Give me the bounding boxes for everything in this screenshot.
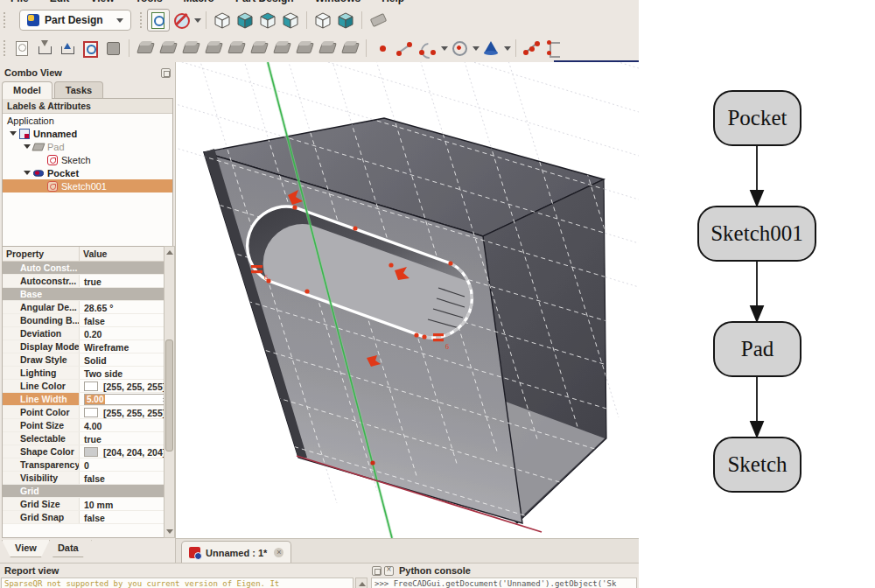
- expand-arrow-icon[interactable]: [24, 144, 31, 149]
- partdesign-op-icon[interactable]: [339, 37, 361, 60]
- property-row-line-width[interactable]: Line Width5.00: [3, 393, 172, 406]
- tab-model[interactable]: Model: [2, 81, 52, 99]
- scroll-down-icon[interactable]: [166, 529, 173, 534]
- tab-data[interactable]: Data: [45, 540, 92, 557]
- tree-item-sketch[interactable]: Sketch: [3, 153, 172, 166]
- line-width-spinbox[interactable]: 5.00: [84, 394, 171, 405]
- expand-arrow-icon[interactable]: [10, 131, 17, 136]
- selection-view-icon[interactable]: [147, 9, 170, 32]
- scrollbar-thumb[interactable]: [165, 340, 173, 452]
- property-value[interactable]: 0.20: [80, 327, 172, 340]
- property-group-auto-const-[interactable]: Auto Const...: [3, 262, 172, 275]
- document-icon[interactable]: [10, 37, 33, 60]
- menu-part-design[interactable]: Part Design: [225, 0, 304, 4]
- partdesign-op-icon[interactable]: [225, 37, 248, 60]
- view-cube-wire-icon[interactable]: [211, 9, 234, 32]
- toolbar-drag-handle[interactable]: [4, 12, 7, 28]
- partdesign-op-icon[interactable]: [134, 37, 157, 60]
- menu-edit[interactable]: Edit: [39, 0, 80, 4]
- view-cube-wire2-icon[interactable]: [312, 9, 334, 32]
- property-value[interactable]: [255, 255, 255]: [80, 406, 172, 418]
- property-row-deviation[interactable]: Deviation0.20: [3, 327, 172, 340]
- 3d-viewport[interactable]: 6 6: [176, 62, 639, 538]
- spinbox-value[interactable]: 5.00: [85, 395, 105, 404]
- sketch-polyline-icon[interactable]: [521, 37, 543, 60]
- property-value[interactable]: false: [80, 511, 172, 523]
- property-scrollbar[interactable]: [164, 246, 175, 538]
- eraser-icon[interactable]: [367, 9, 389, 32]
- color-swatch[interactable]: [84, 447, 98, 457]
- property-value[interactable]: [255, 255, 255]: [80, 380, 172, 392]
- workbench-selector[interactable]: Part Design: [19, 10, 131, 31]
- property-value[interactable]: [204, 204, 204]: [80, 445, 172, 458]
- toolbar-drag-handle[interactable]: [140, 12, 144, 28]
- preview-icon[interactable]: [79, 37, 102, 60]
- menu-help[interactable]: Help: [371, 0, 415, 4]
- property-value[interactable]: false: [80, 314, 172, 326]
- python-console-input[interactable]: >>> FreeCADGui.getDocument('Unnamed').ge…: [371, 578, 637, 588]
- sketch-conic-icon[interactable]: [480, 37, 502, 60]
- property-value[interactable]: Wireframe: [80, 340, 172, 353]
- property-row-display-mode[interactable]: Display ModeWireframe: [3, 340, 172, 354]
- property-row-draw-style[interactable]: Draw StyleSolid: [3, 354, 172, 367]
- close-panel-icon[interactable]: [384, 566, 394, 576]
- sketch-origin-point[interactable]: [370, 460, 374, 465]
- tree-item-pocket[interactable]: Pocket: [3, 166, 172, 179]
- property-value[interactable]: true: [80, 432, 172, 444]
- tab-view[interactable]: View: [2, 540, 50, 557]
- import-icon[interactable]: [33, 37, 56, 60]
- sketch-circle-icon[interactable]: [448, 37, 471, 60]
- property-value[interactable]: false: [80, 472, 172, 484]
- property-value[interactable]: 4.00: [80, 419, 172, 431]
- close-tab-icon[interactable]: ×: [274, 548, 284, 557]
- property-row-selectable[interactable]: Selectabletrue: [3, 432, 172, 445]
- color-swatch[interactable]: [84, 382, 98, 391]
- tab-tasks[interactable]: Tasks: [54, 81, 103, 99]
- property-row-transparency[interactable]: Transparency0: [3, 458, 172, 472]
- view-cube-iso2-icon[interactable]: [334, 9, 357, 32]
- property-row-bounding-b-[interactable]: Bounding B...false: [3, 314, 172, 327]
- chevron-down-icon[interactable]: [441, 46, 448, 51]
- chevron-down-icon[interactable]: [504, 46, 511, 51]
- property-value[interactable]: true: [80, 275, 172, 287]
- property-row-visibility[interactable]: Visibilityfalse: [3, 472, 172, 485]
- property-value[interactable]: 5.00: [80, 393, 172, 405]
- property-row-point-color[interactable]: Point Color[255, 255, 255]: [3, 406, 172, 419]
- property-value[interactable]: 28.65 °: [80, 301, 172, 313]
- report-scrollbar[interactable]: [355, 578, 368, 588]
- view-cube-top-icon[interactable]: [256, 9, 279, 32]
- toolbar-drag-handle[interactable]: [4, 40, 7, 56]
- view-cube-front-icon[interactable]: [279, 9, 302, 32]
- view-cube-iso-icon[interactable]: [234, 9, 256, 32]
- tree-item-unnamed[interactable]: Unnamed: [3, 127, 172, 140]
- property-row-line-color[interactable]: Line Color[255, 255, 255]: [3, 380, 172, 393]
- partdesign-op-icon[interactable]: [270, 37, 293, 60]
- tree-item-sketch001[interactable]: Sketch001: [3, 179, 172, 192]
- property-group-base[interactable]: Base: [3, 288, 172, 301]
- property-group-grid[interactable]: Grid: [3, 485, 172, 498]
- partdesign-op-icon[interactable]: [293, 37, 316, 60]
- property-row-angular-de-[interactable]: Angular De...28.65 °: [3, 301, 172, 314]
- property-value[interactable]: 0: [80, 458, 172, 471]
- partdesign-op-icon[interactable]: [316, 37, 339, 60]
- menu-tools[interactable]: Tools: [124, 0, 172, 4]
- float-panel-icon[interactable]: [161, 68, 171, 78]
- partdesign-op-icon[interactable]: [157, 37, 179, 60]
- partdesign-op-icon[interactable]: [179, 37, 202, 60]
- sketch-arc-icon[interactable]: [416, 37, 439, 60]
- export-icon[interactable]: [56, 37, 79, 60]
- chevron-down-icon[interactable]: [472, 46, 480, 51]
- property-row-grid-size[interactable]: Grid Size10 mm: [3, 498, 172, 511]
- tree-item-pad[interactable]: Pad: [3, 140, 172, 153]
- property-row-point-size[interactable]: Point Size4.00: [3, 419, 172, 432]
- property-row-grid-snap[interactable]: Grid Snapfalse: [3, 511, 172, 524]
- property-value[interactable]: Solid: [80, 354, 172, 366]
- clipping-plane-icon[interactable]: [170, 9, 192, 32]
- expand-arrow-icon[interactable]: [24, 171, 31, 175]
- partdesign-op-icon[interactable]: [202, 37, 225, 60]
- float-panel-icon[interactable]: [372, 566, 382, 576]
- property-value[interactable]: Two side: [80, 367, 172, 379]
- menu-file[interactable]: File: [0, 0, 39, 4]
- document-tab[interactable]: Unnamed : 1* ×: [181, 541, 291, 564]
- property-row-shape-color[interactable]: Shape Color[204, 204, 204]: [3, 445, 172, 458]
